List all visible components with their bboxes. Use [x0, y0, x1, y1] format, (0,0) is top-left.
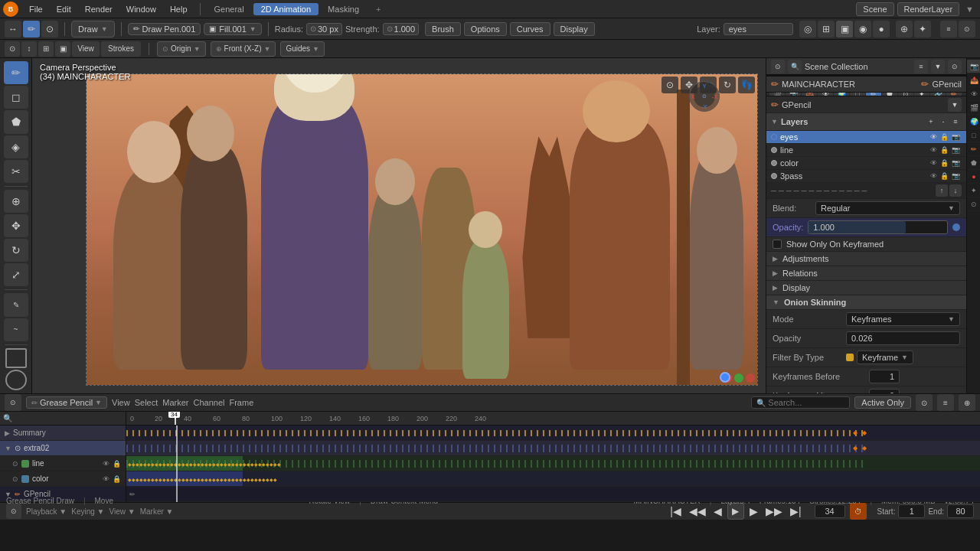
radius-input[interactable]: ⊙ 30 px [306, 23, 342, 35]
scale-tool[interactable]: ⤢ [4, 263, 28, 286]
viewport-material-icon[interactable]: ◉ [854, 21, 871, 37]
pb-keying-btn[interactable]: Playback ▼ [26, 507, 67, 516]
line-vis-icon[interactable]: 👁 [929, 146, 939, 154]
move-tool[interactable]: ✥ [4, 214, 28, 237]
tl-view-menu[interactable]: View [112, 398, 130, 407]
smooth-tool[interactable]: ~ [4, 318, 28, 341]
vp-tool-icon1[interactable]: ⊙ [662, 77, 678, 93]
edit-mode-tool[interactable]: ✎ [4, 293, 28, 316]
tl-label-color[interactable]: ⊙ color 👁 🔒 [0, 471, 126, 487]
eyes-lock-icon[interactable]: 🔒 [939, 133, 950, 141]
track-gpencil[interactable]: ✏ [126, 487, 980, 502]
pb-playback-btn[interactable]: Keying ▼ [71, 507, 104, 516]
eyes-render-icon[interactable]: 📷 [950, 133, 962, 141]
tl-editor-icon[interactable]: ⊙ [5, 394, 21, 411]
viewport-shade-icon[interactable]: ◎ [799, 21, 816, 37]
tl-line-vis[interactable]: 👁 [103, 460, 109, 468]
pi-world-icon[interactable]: 🌍 [967, 115, 980, 129]
gizmo-icon[interactable]: ✦ [914, 21, 931, 37]
pb-anim-icon[interactable]: ⏱ [850, 503, 867, 520]
onion-opacity-input[interactable]: 0.026 [846, 331, 960, 345]
t2-icon3[interactable]: ⊞ [38, 41, 54, 57]
pb-view-btn[interactable]: View ▼ [109, 507, 136, 516]
3pass-lock-icon[interactable]: 🔒 [939, 172, 950, 180]
t2-icon4[interactable]: ▣ [55, 41, 70, 57]
viewport-wire-icon[interactable]: ⊞ [818, 21, 835, 37]
tl-color-lock[interactable]: 🔒 [113, 475, 121, 483]
layer-move-up[interactable]: ↑ [936, 184, 948, 197]
menu-help[interactable]: Help [164, 3, 194, 15]
vp-walk-icon[interactable]: 👣 [738, 77, 755, 93]
t2-icon2[interactable]: ↕ [21, 41, 37, 57]
options-btn[interactable]: Options [464, 22, 507, 36]
tl-search-input[interactable] [768, 398, 844, 407]
menu-file[interactable]: File [23, 3, 49, 15]
brush-selector[interactable]: ✏ Draw Pen.001 [128, 23, 201, 35]
blender-logo[interactable]: B [3, 2, 18, 17]
sculpt-icon[interactable]: ⊙ [41, 21, 58, 37]
view-menu-btn[interactable]: View [72, 41, 100, 57]
line-lock-icon[interactable]: 🔒 [939, 146, 950, 154]
pb-mode-icon[interactable]: ⊙ [6, 504, 21, 519]
pi-obj-data-icon[interactable]: ✏ [967, 142, 980, 156]
sc-filter-icon[interactable]: ⊙ [771, 60, 785, 73]
pi-scene-icon[interactable]: 🎬 [967, 101, 980, 115]
pi-particles-icon[interactable]: ✦ [967, 184, 980, 197]
strokes-btn[interactable]: Strokes [101, 41, 141, 57]
view-direction-btn[interactable]: ⊕ Front (X-Z) ▼ [211, 41, 276, 57]
tl-line-lock[interactable]: 🔒 [113, 460, 121, 468]
curves-btn[interactable]: Curves [510, 22, 550, 36]
pi-physics-icon[interactable]: ⊙ [967, 197, 980, 211]
pb-jump-start[interactable]: |◀ [668, 505, 684, 517]
brush-btn[interactable]: Brush [425, 22, 461, 36]
render-layer-selector[interactable]: RenderLayer [897, 2, 960, 16]
tl-marker-menu[interactable]: Marker [162, 398, 188, 407]
box-select-tool[interactable] [5, 348, 27, 369]
pb-marker-btn[interactable]: Marker ▼ [140, 507, 174, 516]
fill-tool[interactable]: ⬟ [4, 110, 28, 133]
keyframes-after-input[interactable]: 0 [869, 389, 900, 393]
layer-eyes[interactable]: eyes 👁 🔒 📷 [766, 131, 966, 144]
pb-play-btn[interactable]: ▶ [727, 503, 744, 520]
track-summary[interactable]: ◆ ◆ [126, 425, 980, 441]
draw-pen-tool[interactable]: ✏ [4, 61, 28, 84]
opacity-input[interactable]: 1.000 [808, 220, 948, 234]
tl-settings-icon[interactable]: ⊕ [959, 394, 975, 411]
keyframes-before-input[interactable]: 1 [869, 370, 900, 383]
layer-selector[interactable]: eyes [724, 23, 793, 35]
tl-label-line[interactable]: ⊙ line 👁 🔒 [0, 456, 126, 471]
pb-end-input[interactable]: 80 [947, 504, 974, 518]
origin-btn[interactable]: ⊙ Origin ▼ [157, 41, 206, 57]
menu-render[interactable]: Render [79, 3, 119, 15]
tl-select-menu[interactable]: Select [135, 398, 158, 407]
fill-selector[interactable]: ▣ Fill.001 ▼ [204, 23, 261, 35]
viewport-solid-icon[interactable]: ▣ [836, 21, 853, 37]
color-vis-icon[interactable]: 👁 [929, 159, 939, 167]
outliner-icon[interactable]: ≡ [940, 21, 957, 37]
sc-add-btn[interactable]: ⊙ [948, 60, 962, 73]
pi-shader-icon[interactable]: ● [967, 170, 980, 184]
onion-mode-select[interactable]: Keyframes ▼ [846, 312, 960, 326]
circle-select-tool[interactable] [5, 370, 27, 390]
pi-output-icon[interactable]: 📤 [967, 73, 980, 87]
layers-section-header[interactable]: ▼ Layers + - ≡ [766, 113, 966, 131]
properties-icon[interactable]: ⊙ [959, 21, 975, 37]
menu-window[interactable]: Window [120, 3, 162, 15]
overlay-icon[interactable]: ⊕ [896, 21, 913, 37]
pb-step-fwd[interactable]: ▶ [747, 505, 760, 517]
sc-filter-btn[interactable]: ▼ [931, 60, 945, 73]
track-extra02[interactable]: ◆ ◆ [126, 441, 980, 456]
pb-next-keyframe[interactable]: ▶▶ [763, 505, 785, 517]
track-line[interactable]: ◆◆◆◆◆◆◆◆◆◆◆◆◆◆◆◆◆◆◆◆◆◆◆◆◆◆◆◆◆◆◆◆◆◆◆◆◆◆◆◆ [126, 456, 980, 471]
workspace-general[interactable]: General [207, 3, 252, 15]
layer-move-dn[interactable]: ↓ [949, 184, 962, 197]
pi-view-icon[interactable]: 👁 [967, 87, 980, 101]
nav-gizmo[interactable]: ⊙ Y -Y X -X [689, 81, 720, 112]
workspace-masking[interactable]: Masking [320, 3, 367, 15]
tl-filter-icon[interactable]: ⊙ [916, 394, 933, 411]
tl-channel-menu[interactable]: Channel [193, 398, 224, 407]
pi-obj-icon[interactable]: □ [967, 129, 980, 142]
layer-color[interactable]: color 👁 🔒 📷 [766, 157, 966, 170]
keyframed-checkbox[interactable] [773, 240, 782, 249]
pb-step-back[interactable]: ◀ [711, 505, 724, 517]
